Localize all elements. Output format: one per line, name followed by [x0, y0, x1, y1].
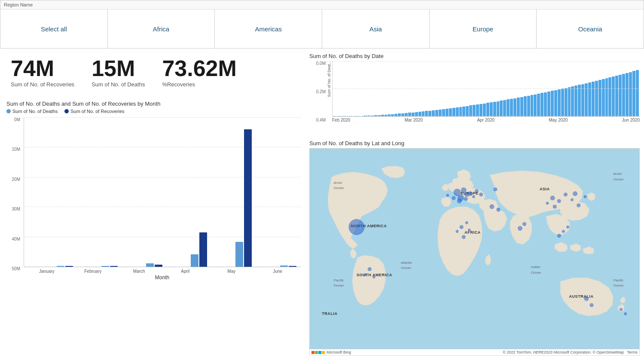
region-btn-africa[interactable]: Africa: [108, 9, 215, 48]
bar-group-april: [162, 117, 207, 267]
bar-recoveries-march: [155, 265, 162, 267]
x-label-february: February: [70, 269, 116, 274]
deaths-bar-61: [540, 93, 543, 116]
region-btn-oceania[interactable]: Oceania: [537, 9, 644, 48]
deaths-chart-body: Sum of No. of Deat...: [326, 61, 640, 132]
svg-point-57: [475, 189, 479, 193]
svg-point-32: [571, 198, 574, 201]
legend-deaths: Sum of No. of Deaths: [6, 109, 58, 114]
svg-text:Arctic: Arctic: [333, 181, 342, 185]
deaths-bar-14: [381, 115, 384, 116]
deaths-bar-83: [615, 76, 618, 116]
deaths-bar-32: [442, 109, 445, 116]
map-section: Sum of No. of Deaths by Lat and Long: [309, 140, 640, 351]
kpi-pct-label: %Recoveries: [162, 81, 195, 88]
region-buttons-row: Select all Africa Americas Asia Europe O…: [0, 9, 644, 48]
svg-text:Arctic: Arctic: [613, 172, 622, 176]
legend-deaths-label: Sum of No. of Deaths: [12, 109, 58, 114]
bar-deaths-january: [57, 266, 64, 267]
svg-point-20: [454, 189, 461, 196]
svg-text:AFRICA: AFRICA: [464, 230, 480, 235]
bar-chart-y-axis: 50M 40M 30M 20M 10M 0M: [6, 117, 24, 281]
deaths-bar-11: [371, 116, 374, 117]
right-panel: Sum of No. of Deaths by Date 0.4M 0.2M 0…: [307, 49, 644, 353]
svg-point-25: [468, 192, 472, 196]
svg-text:Indian: Indian: [531, 265, 540, 269]
bar-deaths-june: [280, 265, 288, 267]
region-btn-select-all[interactable]: Select all: [0, 9, 108, 48]
svg-point-24: [464, 197, 467, 201]
deaths-bar-58: [531, 95, 534, 116]
map-footer: Microsoft Bing © 2022 TomTom, HERE2023 M…: [309, 349, 640, 356]
svg-point-26: [452, 196, 455, 200]
bar-chart-title: Sum of No. of Deaths and Sum of No. of R…: [6, 101, 301, 107]
svg-point-43: [465, 221, 468, 224]
legend-recoveries-label: Sum of No. of Recoveries: [70, 109, 124, 114]
deaths-bar-70: [571, 86, 574, 116]
deaths-bar-56: [524, 96, 527, 116]
region-btn-europe[interactable]: Europe: [430, 9, 537, 48]
svg-text:Ocean: Ocean: [613, 284, 623, 287]
svg-point-60: [494, 188, 497, 191]
deaths-bar-6: [354, 116, 357, 116]
svg-text:Ocean: Ocean: [334, 186, 344, 190]
svg-point-46: [468, 229, 470, 232]
svg-point-42: [460, 226, 463, 229]
svg-text:ASIA: ASIA: [540, 187, 550, 191]
deaths-bar-0: [333, 116, 336, 116]
deaths-bar-63: [547, 92, 550, 116]
legend-recoveries-dot: [64, 109, 69, 113]
kpi-deaths-value: 15M: [92, 57, 135, 79]
deaths-bar-71: [574, 85, 577, 116]
x-label-may: May: [208, 269, 255, 274]
bar-chart-section: Sum of No. of Deaths and Sum of No. of R…: [6, 101, 301, 348]
deaths-bar-15: [385, 115, 388, 116]
bars-area: [24, 117, 301, 267]
deaths-bar-81: [608, 77, 611, 116]
deaths-bar-53: [513, 98, 516, 116]
deaths-y-axis-label: Sum of No. of Deat...: [326, 61, 332, 97]
region-btn-asia[interactable]: Asia: [322, 9, 430, 48]
svg-point-50: [584, 296, 589, 301]
chart-legend: Sum of No. of Deaths Sum of No. of Recov…: [6, 109, 301, 114]
svg-point-59: [472, 195, 475, 198]
deaths-bar-79: [602, 79, 605, 116]
svg-text:AUSTRALIA: AUSTRALIA: [569, 294, 594, 299]
deaths-bar-36: [456, 107, 459, 116]
svg-point-53: [624, 312, 627, 315]
deaths-bar-65: [554, 90, 557, 116]
svg-point-38: [490, 204, 494, 209]
bar-chart-body: JanuaryFebruaryMarchAprilMayJune Month: [24, 117, 301, 281]
svg-point-39: [497, 208, 500, 211]
legend-recoveries: Sum of No. of Recoveries: [64, 109, 124, 114]
deaths-bar-2: [340, 116, 343, 116]
deaths-bar-82: [612, 76, 615, 116]
deaths-bar-33: [446, 109, 449, 116]
deaths-y-labels: 0.4M 0.2M 0.0M: [309, 61, 326, 132]
svg-point-52: [620, 308, 623, 311]
svg-point-55: [562, 230, 565, 233]
deaths-bar-55: [520, 97, 523, 116]
deaths-bar-54: [517, 98, 520, 116]
svg-point-41: [523, 222, 526, 226]
svg-text:Ocean: Ocean: [334, 284, 344, 287]
x-label-january: January: [24, 269, 70, 274]
deaths-bar-57: [527, 96, 530, 116]
kpi-recoveries-label: Sum of No. of Recoveries: [11, 81, 74, 88]
svg-text:Ocean: Ocean: [613, 177, 623, 181]
x-labels: JanuaryFebruaryMarchAprilMayJune: [24, 269, 301, 274]
kpi-deaths: 15M Sum of No. of Deaths: [92, 57, 145, 88]
deaths-bar-3: [344, 116, 347, 116]
deaths-bar-68: [565, 88, 568, 116]
deaths-bar-24: [415, 112, 418, 116]
bar-recoveries-april: [199, 232, 207, 267]
svg-text:Ocean: Ocean: [531, 271, 541, 275]
deaths-bar-59: [534, 95, 537, 116]
deaths-bar-85: [622, 74, 625, 116]
deaths-bar-5: [351, 116, 354, 116]
deaths-bar-66: [558, 89, 561, 116]
region-filter: Region Name Select all Africa Americas A…: [0, 0, 644, 49]
deaths-bar-46: [490, 102, 493, 116]
region-btn-americas[interactable]: Americas: [215, 9, 322, 48]
deaths-bar-38: [462, 107, 465, 116]
